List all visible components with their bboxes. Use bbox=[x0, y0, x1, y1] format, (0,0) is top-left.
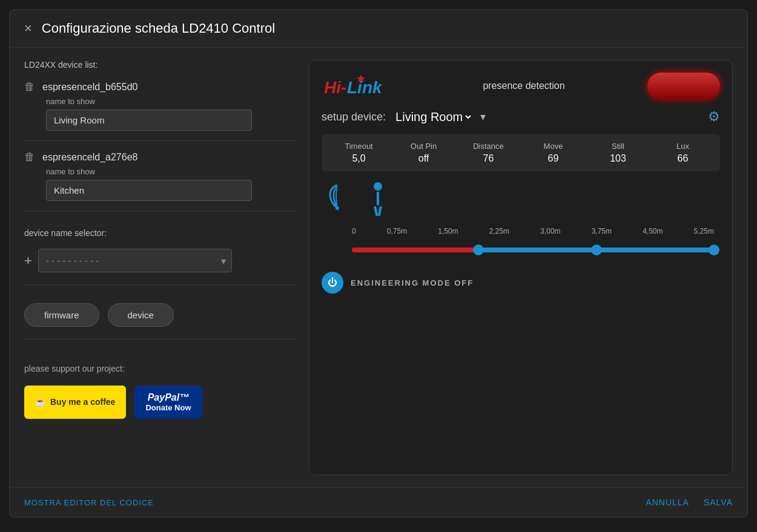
stat-value: off bbox=[418, 153, 429, 164]
svg-text:-: - bbox=[341, 78, 346, 97]
ruler-mark: 1,50m bbox=[438, 227, 458, 235]
ruler-mark: 3,75m bbox=[592, 227, 612, 235]
range-bar-container bbox=[352, 246, 714, 254]
name-label-0: name to show bbox=[46, 97, 297, 106]
right-range-handle[interactable] bbox=[709, 245, 719, 255]
setup-device-select[interactable]: Living Room Kitchen bbox=[393, 110, 473, 124]
cancel-button[interactable]: ANNULLA bbox=[646, 498, 689, 507]
device-row-1: 🗑 espresenceld_a276e8 bbox=[24, 151, 297, 163]
support-buttons: ☕ Buy me a coffee PayPal™ Donate Now bbox=[24, 386, 297, 419]
close-button[interactable]: × bbox=[24, 22, 32, 35]
footer-actions: ANNULLA SALVA bbox=[646, 498, 733, 507]
range-bar-red bbox=[352, 248, 478, 252]
setup-label: setup device: bbox=[322, 111, 386, 123]
ruler-mark: 0,75m bbox=[387, 227, 407, 235]
svg-text:Link: Link bbox=[347, 78, 383, 97]
device-row-0: 🗑 espresenceld_b655d0 bbox=[24, 80, 297, 93]
stat-value: 103 bbox=[610, 153, 626, 164]
dialog-body: LD24XX device list: 🗑 espresenceld_b655d… bbox=[10, 48, 747, 487]
editor-link[interactable]: MOSTRA EDITOR DEL CODICE bbox=[24, 498, 154, 507]
svg-point-4 bbox=[336, 206, 339, 210]
device-id-0: espresenceld_b655d0 bbox=[42, 82, 137, 93]
stat-value: 76 bbox=[483, 153, 494, 164]
ruler-mark: 5,25m bbox=[694, 227, 714, 235]
dialog-header: × Configurazione scheda LD2410 Control bbox=[10, 10, 747, 48]
engineering-row: ⏻ ENGINEERING MODE OFF bbox=[322, 272, 720, 294]
ruler-mark: 2,25m bbox=[489, 227, 509, 235]
stat-header: Timeout bbox=[345, 142, 372, 151]
bmac-button[interactable]: ☕ Buy me a coffee bbox=[24, 386, 126, 419]
person-head bbox=[374, 182, 382, 191]
device-id-1: espresenceld_a276e8 bbox=[42, 152, 137, 163]
paypal-subtitle: Donate Now bbox=[145, 403, 191, 413]
person-body bbox=[377, 192, 379, 205]
stat-value: 66 bbox=[678, 153, 689, 164]
presence-indicator bbox=[647, 73, 720, 99]
add-device-button[interactable]: + bbox=[24, 254, 32, 268]
trash-icon-1[interactable]: 🗑 bbox=[24, 151, 35, 163]
name-label-1: name to show bbox=[46, 167, 297, 176]
configuration-dialog: × Configurazione scheda LD2410 Control L… bbox=[9, 9, 748, 517]
paypal-logo: PayPal™ bbox=[148, 392, 189, 403]
mid-range-handle[interactable] bbox=[591, 245, 602, 255]
ruler-mark: 0 bbox=[352, 227, 356, 235]
rp-header: Hi - Link presence detection bbox=[322, 73, 720, 99]
device-button[interactable]: device bbox=[108, 303, 174, 327]
ruler-mark: 4,50m bbox=[643, 227, 663, 235]
person-right-leg bbox=[378, 206, 382, 216]
gear-icon[interactable]: ⚙ bbox=[708, 109, 720, 125]
svg-text:Hi: Hi bbox=[324, 78, 342, 97]
name-input-0[interactable] bbox=[46, 110, 252, 131]
hi-link-svg: Hi - Link bbox=[322, 73, 400, 99]
trash-icon-0[interactable]: 🗑 bbox=[24, 80, 35, 93]
engineering-label: ENGINEERING MODE OFF bbox=[351, 278, 474, 287]
stats-grid: Timeout 5,0 Out Pin off Distance 76 Move… bbox=[322, 134, 720, 171]
device-selector[interactable]: - - - - - - - - - - bbox=[38, 249, 232, 272]
dialog-footer: MOSTRA EDITOR DEL CODICE ANNULLA SALVA bbox=[10, 487, 747, 517]
ruler-mark: 3,00m bbox=[540, 227, 560, 235]
paypal-inner: PayPal™ Donate Now bbox=[145, 392, 191, 413]
divider-2 bbox=[24, 339, 297, 340]
stat-cell-out pin: Out Pin off bbox=[391, 142, 456, 164]
person-legs bbox=[374, 206, 382, 216]
engineering-power-icon[interactable]: ⏻ bbox=[322, 272, 343, 294]
stat-cell-distance: Distance 76 bbox=[456, 142, 521, 164]
stat-cell-timeout: Timeout 5,0 bbox=[326, 142, 391, 164]
selector-label: device name selector: bbox=[24, 228, 297, 238]
hi-link-logo: Hi - Link bbox=[322, 73, 400, 99]
setup-chevron-icon: ▾ bbox=[480, 110, 486, 123]
person-figure bbox=[374, 182, 382, 216]
stat-header: Move bbox=[544, 142, 563, 151]
support-label: please support our project: bbox=[24, 364, 297, 373]
stat-cell-still: Still 103 bbox=[586, 142, 650, 164]
bmac-label: Buy me a coffee bbox=[50, 397, 115, 407]
left-range-handle[interactable] bbox=[473, 245, 484, 255]
device-item-0: 🗑 espresenceld_b655d0 name to show bbox=[24, 80, 297, 141]
right-panel: Hi - Link presence detection setup devic… bbox=[309, 60, 733, 475]
stat-value: 5,0 bbox=[352, 153, 365, 164]
device-list-label: LD24XX device list: bbox=[24, 60, 297, 70]
radar-section: 00,75m1,50m2,25m3,00m3,75m4,50m5,25m bbox=[322, 181, 720, 260]
firmware-button[interactable]: firmware bbox=[24, 303, 99, 327]
stat-value: 69 bbox=[548, 153, 559, 164]
stat-cell-lux: Lux 66 bbox=[650, 142, 715, 164]
radar-icon bbox=[326, 184, 348, 214]
setup-row: setup device: Living Room Kitchen ▾ ⚙ bbox=[322, 109, 720, 125]
selector-row: + - - - - - - - - - - bbox=[24, 249, 297, 272]
distance-ruler: 00,75m1,50m2,25m3,00m3,75m4,50m5,25m bbox=[352, 227, 714, 235]
dialog-title: Configurazione scheda LD2410 Control bbox=[42, 21, 275, 36]
range-bar-blue bbox=[478, 248, 714, 252]
name-input-1[interactable] bbox=[46, 180, 252, 201]
stat-header: Distance bbox=[473, 142, 504, 151]
stat-header: Out Pin bbox=[411, 142, 437, 151]
presence-label: presence detection bbox=[483, 80, 564, 91]
paypal-button[interactable]: PayPal™ Donate Now bbox=[134, 386, 202, 419]
selector-wrapper: - - - - - - - - - - bbox=[38, 249, 232, 272]
stat-cell-move: Move 69 bbox=[521, 142, 586, 164]
left-panel: LD24XX device list: 🗑 espresenceld_b655d… bbox=[24, 60, 297, 475]
stat-header: Lux bbox=[676, 142, 689, 151]
action-buttons: firmware device bbox=[24, 303, 297, 327]
save-button[interactable]: SALVA bbox=[704, 498, 733, 507]
coffee-icon: ☕ bbox=[35, 397, 45, 407]
device-item-1: 🗑 espresenceld_a276e8 name to show bbox=[24, 151, 297, 211]
